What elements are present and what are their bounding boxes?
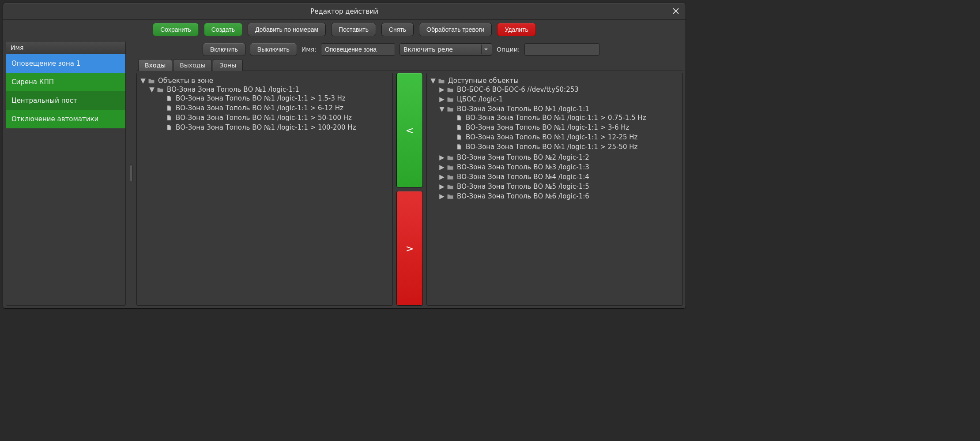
expand-icon[interactable]: ▶ <box>439 173 445 181</box>
transfer-buttons: < > <box>396 73 423 306</box>
actions-sidebar: Имя Оповещение зона 1Сирена КППЦентральн… <box>6 41 126 306</box>
sub-toolbar: Включить Выключить Имя: Включить реле Оп… <box>136 41 683 59</box>
expand-icon[interactable]: ▶ <box>439 86 445 93</box>
tree-row[interactable]: ▶ВО-БОС-6 ВО-БОС-6 //dev/ttyS0:253 <box>439 86 679 93</box>
sidebar-item[interactable]: Сирена КПП <box>6 73 125 91</box>
collapse-icon[interactable]: ▼ <box>140 77 146 85</box>
folder-icon <box>147 77 155 84</box>
window-title: Редактор действий <box>310 7 378 15</box>
collapse-icon[interactable]: ▼ <box>430 77 436 85</box>
action-combo[interactable]: Включить реле <box>400 43 492 56</box>
options-input[interactable] <box>524 43 599 56</box>
tree-row[interactable]: ▶ЦБОС /logic-1 <box>439 95 679 103</box>
tree-row[interactable]: ▼Доступные объекты <box>430 77 679 85</box>
tree-row[interactable]: ВО-Зона Зона Тополь ВО №1 /logic-1:1 > 3… <box>448 123 679 131</box>
disarm-button[interactable]: Снять <box>381 23 414 36</box>
tree-label: Объекты в зоне <box>157 77 213 85</box>
tree-row[interactable]: ВО-Зона Зона Тополь ВО №1 /logic-1:1 > 2… <box>448 143 679 151</box>
tree-label: ВО-Зона Зона Тополь ВО №5 /logic-1:5 <box>456 183 589 191</box>
splitter[interactable] <box>129 41 133 306</box>
splitter-handle-icon <box>130 164 132 182</box>
tree-row[interactable]: ВО-Зона Зона Тополь ВО №1 /logic-1:1 > 1… <box>448 133 679 141</box>
tab-inputs[interactable]: Входы <box>138 59 172 71</box>
close-button[interactable] <box>670 5 682 17</box>
tree-label: ВО-Зона Зона Тополь ВО №1 /logic-1:1 <box>456 105 589 113</box>
tree-row[interactable]: ▼Объекты в зоне <box>140 77 389 85</box>
delete-button[interactable]: Удалить <box>497 23 535 36</box>
enable-button[interactable]: Включить <box>203 43 245 56</box>
tree-label: ЦБОС /logic-1 <box>456 95 503 103</box>
name-input[interactable] <box>321 43 395 56</box>
action-combo-value: Включить реле <box>403 46 453 53</box>
tree-label: ВО-Зона Зона Тополь ВО №1 /logic-1:1 > 2… <box>465 143 637 151</box>
sidebar-item[interactable]: Центральный пост <box>6 91 125 110</box>
tree-row[interactable]: ▶ВО-Зона Зона Тополь ВО №2 /logic-1:2 <box>439 153 679 161</box>
body: Имя Оповещение зона 1Сирена КППЦентральн… <box>3 39 686 308</box>
tree-label: ВО-Зона Зона Тополь ВО №1 /logic-1:1 > 1… <box>175 123 356 131</box>
main-area: Включить Выключить Имя: Включить реле Оп… <box>136 41 683 306</box>
expand-icon[interactable]: ▶ <box>439 163 445 171</box>
disable-button[interactable]: Выключить <box>250 43 297 56</box>
close-icon <box>672 7 680 15</box>
move-left-button[interactable]: < <box>396 73 423 187</box>
tree-label: ВО-Зона Зона Тополь ВО №3 /logic-1:3 <box>456 163 589 171</box>
tree-row[interactable]: ВО-Зона Зона Тополь ВО №1 /logic-1:1 > 5… <box>158 114 389 122</box>
tree-row[interactable]: ▶ВО-Зона Зона Тополь ВО №4 /logic-1:4 <box>439 173 679 181</box>
tree-label: ВО-БОС-6 ВО-БОС-6 //dev/ttyS0:253 <box>456 86 579 93</box>
tree-row[interactable]: ВО-Зона Зона Тополь ВО №1 /logic-1:1 > 1… <box>158 94 389 102</box>
expand-icon[interactable]: ▶ <box>439 153 445 161</box>
file-icon <box>165 114 173 121</box>
folder-icon <box>446 154 454 161</box>
folder-icon <box>446 96 454 103</box>
folder-icon <box>446 183 454 190</box>
available-objects-tree[interactable]: ▼Доступные объекты▶ВО-БОС-6 ВО-БОС-6 //d… <box>426 73 683 306</box>
sidebar-item[interactable]: Оповещение зона 1 <box>6 54 125 73</box>
tab-outputs[interactable]: Выходы <box>173 59 212 71</box>
main-toolbar: Сохранить Создать Добавить по номерам По… <box>3 20 686 39</box>
folder-icon <box>446 193 454 200</box>
tree-row[interactable]: ▶ВО-Зона Зона Тополь ВО №5 /logic-1:5 <box>439 183 679 191</box>
collapse-icon[interactable]: ▼ <box>149 86 155 93</box>
tree-row[interactable]: ▶ВО-Зона Зона Тополь ВО №3 /logic-1:3 <box>439 163 679 171</box>
file-icon <box>165 95 173 102</box>
tree-row[interactable]: ВО-Зона Зона Тополь ВО №1 /logic-1:1 > 0… <box>448 114 679 122</box>
tree-label: ВО-Зона Зона Тополь ВО №1 /logic-1:1 > 3… <box>465 123 629 131</box>
tabs: Входы Выходы Зоны <box>136 59 683 71</box>
file-icon <box>455 124 463 131</box>
move-right-button[interactable]: > <box>396 191 423 306</box>
tree-row[interactable]: ▼ВО-Зона Зона Тополь ВО №1 /logic-1:1 <box>439 105 679 113</box>
tree-label: ВО-Зона Зона Тополь ВО №1 /logic-1:1 > 1… <box>175 94 346 102</box>
titlebar: Редактор действий <box>3 3 686 20</box>
create-button[interactable]: Создать <box>204 23 242 36</box>
tree-row[interactable]: ВО-Зона Зона Тополь ВО №1 /logic-1:1 > 6… <box>158 104 389 112</box>
tree-row[interactable]: ▼ВО-Зона Зона Тополь ВО №1 /logic-1:1 <box>149 86 389 93</box>
file-icon <box>455 143 463 150</box>
save-button[interactable]: Сохранить <box>153 23 199 36</box>
tree-label: ВО-Зона Зона Тополь ВО №2 /logic-1:2 <box>456 153 589 161</box>
file-icon <box>455 134 463 141</box>
tree-label: ВО-Зона Зона Тополь ВО №1 /logic-1:1 > 6… <box>175 104 343 112</box>
add-by-numbers-button[interactable]: Добавить по номерам <box>248 23 326 36</box>
panels: ▼Объекты в зоне▼ВО-Зона Зона Тополь ВО №… <box>136 71 683 306</box>
collapse-icon[interactable]: ▼ <box>439 105 445 113</box>
folder-icon <box>156 86 164 93</box>
tree-row[interactable]: ▶ВО-Зона Зона Тополь ВО №6 /logic-1:6 <box>439 192 679 200</box>
file-icon <box>455 114 463 121</box>
sidebar-header: Имя <box>6 41 125 54</box>
tree-row[interactable]: ВО-Зона Зона Тополь ВО №1 /logic-1:1 > 1… <box>158 123 389 131</box>
folder-icon <box>446 173 454 180</box>
tree-label: ВО-Зона Зона Тополь ВО №4 /logic-1:4 <box>456 173 589 181</box>
process-alarms-button[interactable]: Обработать тревоги <box>419 23 492 36</box>
zone-objects-tree[interactable]: ▼Объекты в зоне▼ВО-Зона Зона Тополь ВО №… <box>136 73 393 306</box>
tree-label: ВО-Зона Зона Тополь ВО №6 /logic-1:6 <box>456 192 589 200</box>
options-label: Опции: <box>497 46 520 53</box>
arm-button[interactable]: Поставить <box>331 23 376 36</box>
folder-icon <box>437 77 445 84</box>
tree-label: ВО-Зона Зона Тополь ВО №1 /logic-1:1 <box>166 86 299 93</box>
sidebar-item[interactable]: Отключение автоматики <box>6 110 125 128</box>
tab-zones[interactable]: Зоны <box>213 59 243 71</box>
expand-icon[interactable]: ▶ <box>439 95 445 103</box>
expand-icon[interactable]: ▶ <box>439 183 445 191</box>
expand-icon[interactable]: ▶ <box>439 192 445 200</box>
name-label: Имя: <box>302 46 317 53</box>
